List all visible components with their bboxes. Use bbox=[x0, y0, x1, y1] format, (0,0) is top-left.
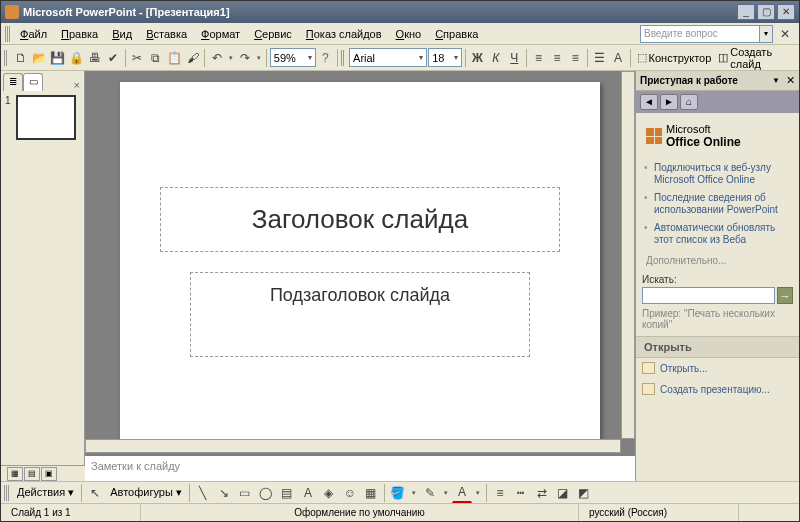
taskpane-close-icon[interactable]: ✕ bbox=[786, 74, 795, 87]
wordart-icon[interactable]: A bbox=[298, 483, 318, 503]
select-icon[interactable]: ↖ bbox=[85, 483, 105, 503]
home-icon[interactable]: ⌂ bbox=[680, 94, 698, 110]
cut-icon[interactable]: ✂ bbox=[129, 48, 146, 68]
create-presentation-link[interactable]: Создать презентацию... bbox=[642, 379, 793, 400]
undo-dropdown[interactable]: ▾ bbox=[226, 48, 235, 68]
menu-view[interactable]: Вид bbox=[105, 26, 139, 42]
new-icon[interactable]: 🗋 bbox=[12, 48, 29, 68]
help-icon[interactable]: ? bbox=[317, 48, 334, 68]
italic-icon[interactable]: К bbox=[487, 48, 504, 68]
slideshow-view-button[interactable]: ▣ bbox=[41, 467, 57, 481]
redo-icon[interactable]: ↷ bbox=[236, 48, 253, 68]
undo-icon[interactable]: ↶ bbox=[208, 48, 225, 68]
separator bbox=[266, 49, 267, 67]
increase-font-icon[interactable]: A bbox=[609, 48, 626, 68]
new-slide-button[interactable]: ◫Создать слайд bbox=[715, 46, 796, 70]
bullets-icon[interactable]: ☰ bbox=[591, 48, 608, 68]
subtitle-placeholder[interactable]: Подзаголовок слайда bbox=[190, 272, 530, 357]
menu-window[interactable]: Окно bbox=[389, 26, 429, 42]
shadow-icon[interactable]: ◪ bbox=[553, 483, 573, 503]
menu-insert[interactable]: Вставка bbox=[139, 26, 194, 42]
align-right-icon[interactable]: ≡ bbox=[567, 48, 584, 68]
normal-view-button[interactable]: ▦ bbox=[7, 467, 23, 481]
font-color-icon[interactable]: A bbox=[452, 483, 472, 503]
save-icon[interactable]: 💾 bbox=[49, 48, 66, 68]
menu-format[interactable]: Формат bbox=[194, 26, 247, 42]
line-icon[interactable]: ╲ bbox=[193, 483, 213, 503]
title-placeholder[interactable]: Заголовок слайда bbox=[160, 187, 560, 252]
fontsize-combo[interactable]: 18▾ bbox=[428, 48, 462, 67]
align-left-icon[interactable]: ≡ bbox=[530, 48, 547, 68]
menu-file[interactable]: Файл bbox=[13, 26, 54, 42]
menu-help[interactable]: Справка bbox=[428, 26, 485, 42]
bold-icon[interactable]: Ж bbox=[469, 48, 486, 68]
diagram-icon[interactable]: ◈ bbox=[319, 483, 339, 503]
actions-menu[interactable]: Действия ▾ bbox=[13, 486, 78, 499]
thumbnail-1[interactable]: 1 bbox=[5, 95, 80, 140]
sorter-view-button[interactable]: ▤ bbox=[24, 467, 40, 481]
outline-tab[interactable]: ≣ bbox=[3, 73, 23, 91]
copy-icon[interactable]: ⧉ bbox=[147, 48, 164, 68]
notes-pane[interactable]: Заметки к слайду bbox=[85, 453, 635, 481]
arrow-style-icon[interactable]: ⇄ bbox=[532, 483, 552, 503]
line-style-icon[interactable]: ≡ bbox=[490, 483, 510, 503]
menu-edit[interactable]: Правка bbox=[54, 26, 105, 42]
linecolor-dropdown[interactable]: ▾ bbox=[441, 483, 451, 503]
pane-close-icon[interactable]: × bbox=[70, 79, 84, 91]
slides-tab[interactable]: ▭ bbox=[23, 73, 43, 91]
search-input[interactable] bbox=[642, 287, 775, 304]
font-combo[interactable]: Arial▾ bbox=[349, 48, 427, 67]
separator bbox=[587, 49, 588, 67]
permission-icon[interactable]: 🔒 bbox=[68, 48, 85, 68]
tp-link-news[interactable]: Последние сведения об использовании Powe… bbox=[642, 189, 793, 219]
minimize-button[interactable]: _ bbox=[737, 4, 755, 20]
help-search-input[interactable]: Введите вопрос bbox=[640, 25, 760, 43]
menu-slideshow[interactable]: Показ слайдов bbox=[299, 26, 389, 42]
doc-close-button[interactable]: ✕ bbox=[775, 24, 795, 44]
maximize-button[interactable]: ▢ bbox=[757, 4, 775, 20]
paste-icon[interactable]: 📋 bbox=[165, 48, 182, 68]
dash-style-icon[interactable]: ┅ bbox=[511, 483, 531, 503]
vertical-scrollbar[interactable] bbox=[621, 71, 635, 439]
format-painter-icon[interactable]: 🖌 bbox=[184, 48, 201, 68]
taskpane-menu-icon[interactable]: ▼ bbox=[772, 76, 780, 85]
arrow-icon[interactable]: ↘ bbox=[214, 483, 234, 503]
rectangle-icon[interactable]: ▭ bbox=[235, 483, 255, 503]
underline-icon[interactable]: Ч bbox=[506, 48, 523, 68]
picture-icon[interactable]: ▦ bbox=[361, 483, 381, 503]
status-language[interactable]: русский (Россия) bbox=[579, 504, 739, 521]
fill-dropdown[interactable]: ▾ bbox=[409, 483, 419, 503]
spellcheck-icon[interactable]: ✔ bbox=[104, 48, 121, 68]
textbox-icon[interactable]: ▤ bbox=[277, 483, 297, 503]
open-file-link[interactable]: Открыть... bbox=[642, 358, 793, 379]
3d-icon[interactable]: ◩ bbox=[574, 483, 594, 503]
align-center-icon[interactable]: ≡ bbox=[548, 48, 565, 68]
grip-icon bbox=[5, 26, 10, 42]
thumbnail-list: 1 bbox=[1, 91, 84, 465]
autoshapes-menu[interactable]: Автофигуры ▾ bbox=[106, 486, 186, 499]
line-color-icon[interactable]: ✎ bbox=[420, 483, 440, 503]
slide-canvas[interactable]: Заголовок слайда Подзаголовок слайда bbox=[85, 71, 635, 453]
zoom-combo[interactable]: 59%▾ bbox=[270, 48, 316, 67]
fontcolor-dropdown[interactable]: ▾ bbox=[473, 483, 483, 503]
open-icon[interactable]: 📂 bbox=[31, 48, 48, 68]
forward-icon[interactable]: ► bbox=[660, 94, 678, 110]
oval-icon[interactable]: ◯ bbox=[256, 483, 276, 503]
menu-tools[interactable]: Сервис bbox=[247, 26, 299, 42]
back-icon[interactable]: ◄ bbox=[640, 94, 658, 110]
search-go-button[interactable]: → bbox=[777, 287, 793, 304]
clipart-icon[interactable]: ☺ bbox=[340, 483, 360, 503]
tp-link-connect[interactable]: Подключиться к веб-узлу Microsoft Office… bbox=[642, 159, 793, 189]
help-search-dropdown[interactable]: ▾ bbox=[759, 25, 773, 43]
app-window: Microsoft PowerPoint - [Презентация1] _ … bbox=[0, 0, 800, 522]
app-icon bbox=[5, 5, 19, 19]
print-icon[interactable]: 🖶 bbox=[86, 48, 103, 68]
fill-color-icon[interactable]: 🪣 bbox=[388, 483, 408, 503]
tp-link-update[interactable]: Автоматически обновлять этот список из В… bbox=[642, 219, 793, 249]
close-button[interactable]: ✕ bbox=[777, 4, 795, 20]
slide[interactable]: Заголовок слайда Подзаголовок слайда bbox=[120, 82, 600, 442]
tp-more-link[interactable]: Дополнительно... bbox=[642, 255, 793, 266]
horizontal-scrollbar[interactable] bbox=[85, 439, 621, 453]
designer-button[interactable]: ⬚Конструктор bbox=[634, 51, 715, 64]
redo-dropdown[interactable]: ▾ bbox=[254, 48, 263, 68]
